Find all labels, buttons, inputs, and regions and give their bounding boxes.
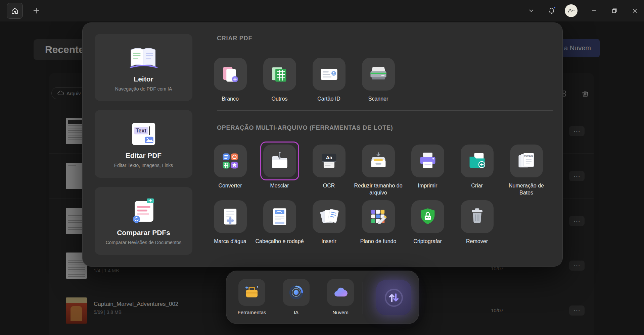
restore-icon (611, 7, 618, 14)
new-tab-button[interactable] (30, 4, 43, 17)
tool-scanner[interactable]: Scanner (354, 58, 403, 103)
shortcut-comparar-pdfs[interactable]: Comparar PDFs Comparar Revisões de Docum… (95, 187, 192, 255)
bates-number-glyph: 000123 (524, 154, 533, 157)
notification-dot (553, 6, 556, 9)
shortcut-subtitle: Editar Texto, Imagens, Links (114, 163, 173, 168)
signature-icon (566, 6, 576, 15)
ocr-glyph: Aa (326, 155, 332, 160)
create-folder-icon (467, 151, 487, 171)
compress-icon (368, 151, 388, 171)
tools-modal: Leitor Navegação de PDF com IA Text Edit… (82, 22, 563, 267)
watermark-icon (220, 207, 240, 227)
ai-orb-icon (287, 284, 305, 301)
tool-label: Remover (466, 238, 488, 245)
titlebar-controls (524, 0, 642, 21)
section-divider (217, 110, 553, 111)
expand-menu-button[interactable] (524, 3, 539, 18)
tool-marca-dagua[interactable]: Marca d'água (205, 200, 255, 245)
tool-label: Mesclar (270, 182, 289, 189)
compare-pdfs-icon (126, 197, 162, 226)
tool-label: Outros (271, 96, 287, 103)
dock-divider (363, 282, 363, 314)
app-window: Recente a Nuvem Arquiv ⋯ ⋯ (0, 0, 644, 335)
tool-mesclar[interactable]: Mesclar (255, 145, 304, 197)
sync-button[interactable] (376, 280, 411, 315)
tool-branco[interactable]: Branco (205, 58, 255, 103)
insert-pages-icon (319, 207, 339, 227)
tool-converter[interactable]: Converter (205, 145, 255, 197)
scanner-icon (368, 64, 388, 84)
tools-box-icon (243, 284, 261, 301)
tool-label: Cartão ID (317, 96, 340, 103)
chevron-down-icon (528, 7, 535, 14)
reader-book-icon (126, 43, 162, 72)
tool-label: Inserir (321, 238, 336, 245)
tool-label: Plano de fundo (360, 238, 397, 245)
dock-ia[interactable]: IA (274, 279, 318, 315)
restore-button[interactable] (607, 3, 622, 18)
create-pdf-row: Branco Outros Cartão ID (205, 58, 403, 103)
tool-label: Criar (471, 182, 483, 189)
tool-criptografar[interactable]: Criptografar (403, 200, 452, 245)
bottom-dock: Ferramentas IA Nuvem (226, 271, 419, 324)
minimize-button[interactable] (587, 3, 601, 18)
home-button[interactable] (7, 3, 23, 19)
batch-header: OPERAÇÃO MULTI-ARQUIVO (FERRAMENTAS DE L… (217, 124, 393, 131)
notifications-button[interactable] (544, 3, 559, 18)
merge-icon (270, 151, 290, 171)
shortcut-title: Leitor (134, 75, 153, 83)
bates-numbering-icon: 000123 (516, 151, 537, 171)
tool-label: Criptografar (413, 238, 442, 245)
encrypt-shield-icon (418, 207, 438, 227)
tool-criar[interactable]: Criar (452, 145, 502, 197)
shortcut-title: Comparar PDFs (117, 229, 170, 237)
tool-ocr[interactable]: Aa OCR (304, 145, 354, 197)
shortcut-leitor[interactable]: Leitor Navegação de PDF com IA (95, 34, 192, 101)
cloud-icon (332, 284, 349, 301)
spreadsheet-icon (270, 64, 290, 84)
edit-text-glyph: Text (135, 127, 146, 133)
tool-remover[interactable]: Remover (452, 200, 502, 245)
blank-pdf-icon (220, 64, 240, 84)
trash-can-icon (467, 207, 487, 227)
tool-label: Numeração de Bates (502, 182, 551, 197)
tool-inserir[interactable]: Inserir (304, 200, 354, 245)
shortcut-title: Editar PDF (126, 152, 162, 160)
shortcut-editar-pdf[interactable]: Text Editar PDF Editar Texto, Imagens, L… (95, 110, 192, 178)
header-footer-icon (270, 207, 290, 227)
tool-imprimir[interactable]: Imprimir (403, 145, 452, 197)
shortcut-subtitle: Navegação de PDF com IA (115, 86, 172, 92)
tool-plano-de-fundo[interactable]: Plano de fundo (354, 200, 403, 245)
close-button[interactable] (628, 3, 642, 18)
tool-label: Reduzir tamanho do arquivo (354, 182, 403, 197)
tool-reduzir-tamanho[interactable]: Reduzir tamanho do arquivo (354, 145, 403, 197)
sync-arrows-icon (383, 287, 405, 309)
tool-numeracao-bates[interactable]: 000123 Numeração de Bates (502, 145, 551, 197)
dock-nuvem[interactable]: Nuvem (318, 279, 363, 315)
tool-outros[interactable]: Outros (255, 58, 304, 103)
tool-label: Branco (222, 96, 239, 103)
home-icon (11, 7, 19, 15)
tool-label: Cabeçalho e rodapé (255, 238, 304, 245)
batch-row-1: Converter Mesclar Aa OCR (205, 145, 551, 197)
close-icon (632, 7, 638, 14)
tool-cartao-id[interactable]: Cartão ID (304, 58, 354, 103)
shortcut-subtitle: Comparar Revisões de Documentos (106, 240, 182, 245)
tool-label: Scanner (368, 96, 388, 103)
tool-label: Imprimir (418, 182, 438, 189)
dock-label: Ferramentas (237, 310, 266, 315)
converter-icon (220, 151, 240, 171)
tool-label: Converter (218, 182, 242, 189)
dock-label: IA (294, 310, 298, 315)
dock-ferramentas[interactable]: Ferramentas (230, 279, 274, 315)
edit-pdf-icon: Text (126, 120, 162, 149)
id-card-icon (319, 64, 339, 84)
user-avatar[interactable] (565, 4, 578, 17)
ocr-icon: Aa (319, 151, 339, 171)
dock-label: Nuvem (332, 310, 349, 315)
background-grid-icon (368, 207, 388, 227)
minimize-icon (591, 7, 597, 14)
tool-cabecalho-rodape[interactable]: Cabeçalho e rodapé (255, 200, 304, 245)
printer-icon (418, 151, 438, 171)
titlebar (0, 0, 644, 21)
